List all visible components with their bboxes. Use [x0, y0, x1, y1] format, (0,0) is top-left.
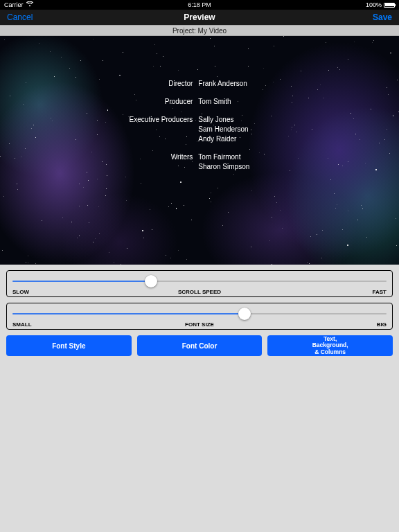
slider-title-label: SCROLL SPEED [137, 289, 262, 295]
controls-panel: SLOW SCROLL SPEED FAST SMALL FONT SIZE B… [0, 265, 399, 330]
slider-thumb[interactable] [145, 275, 157, 287]
credit-row: DirectorFrank Anderson [0, 79, 399, 89]
font-color-button[interactable]: Font Color [137, 335, 263, 356]
credit-names: Tom Smith [198, 97, 399, 107]
project-label-bar: Project: My Video [0, 25, 399, 36]
carrier-label: Carrier [4, 1, 24, 8]
slider-max-label: BIG [262, 321, 387, 328]
credit-role: Writers [0, 152, 193, 172]
status-bar: Carrier 6:18 PM 100% [0, 0, 399, 10]
status-time: 6:18 PM [134, 1, 265, 8]
wifi-icon [26, 1, 33, 8]
credit-names: Sally JonesSam HendersonAndy Raider [198, 115, 399, 144]
cancel-button[interactable]: Cancel [7, 12, 135, 22]
status-left: Carrier [4, 1, 134, 8]
page-title: Preview [135, 12, 263, 22]
slider-thumb[interactable] [238, 308, 251, 320]
font-style-button[interactable]: Font Style [6, 335, 132, 356]
save-button[interactable]: Save [264, 12, 392, 22]
text-background-columns-button[interactable]: Text,Background,& Columns [267, 335, 393, 356]
credit-names: Frank Anderson [198, 79, 399, 89]
video-preview[interactable]: DirectorFrank AndersonProducerTom SmithE… [0, 36, 399, 265]
font-size-slider[interactable] [12, 308, 387, 320]
slider-min-label: SLOW [12, 289, 137, 295]
project-label: Project: My Video [172, 27, 227, 35]
slider-title-label: FONT SIZE [137, 321, 262, 328]
battery-icon [384, 3, 395, 8]
status-right: 100% [265, 1, 395, 8]
credit-names: Tom FairmontSharon Simpson [198, 152, 399, 172]
scroll-speed-slider-block: SLOW SCROLL SPEED FAST [6, 270, 393, 297]
credits-overlay: DirectorFrank AndersonProducerTom SmithE… [0, 79, 399, 180]
scroll-speed-slider[interactable] [12, 275, 387, 287]
credit-row: Executive ProducersSally JonesSam Hender… [0, 115, 399, 144]
credit-row: ProducerTom Smith [0, 97, 399, 107]
credit-role: Producer [0, 97, 193, 107]
battery-pct: 100% [366, 1, 382, 8]
slider-max-label: FAST [262, 289, 387, 295]
credit-role: Executive Producers [0, 115, 193, 144]
nav-bar: Cancel Preview Save [0, 10, 399, 25]
font-size-slider-block: SMALL FONT SIZE BIG [6, 303, 393, 330]
slider-min-label: SMALL [12, 321, 137, 328]
credit-role: Director [0, 79, 193, 89]
credit-row: WritersTom FairmontSharon Simpson [0, 152, 399, 172]
button-row: Font Style Font Color Text,Background,& … [0, 335, 399, 356]
